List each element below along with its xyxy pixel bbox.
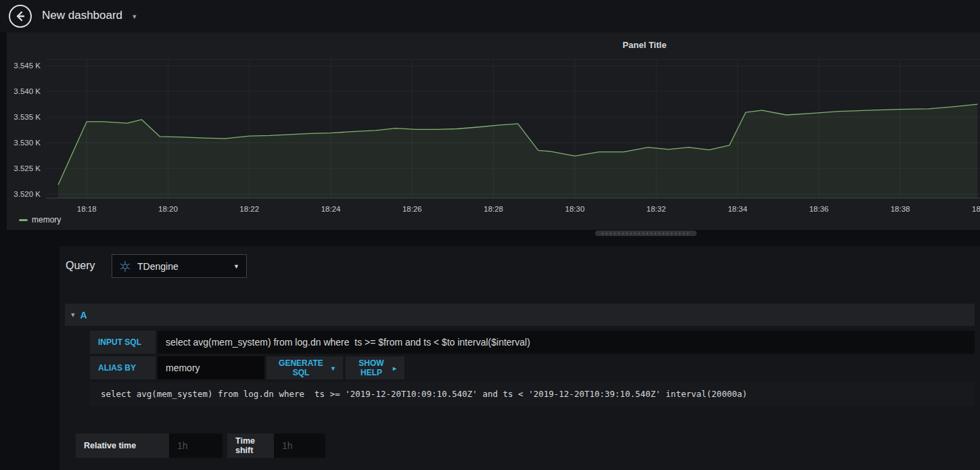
- datasource-name: TDengine: [137, 261, 227, 272]
- panel-editor-tabs: [0, 230, 60, 470]
- legend-item-memory[interactable]: memory: [19, 214, 61, 226]
- chevron-down-icon[interactable]: ▾: [133, 12, 137, 21]
- svg-text:18:34: 18:34: [728, 205, 747, 213]
- back-button[interactable]: [9, 5, 32, 28]
- alias-by-label: ALIAS BY: [90, 356, 156, 379]
- time-shift-label: Time shift: [227, 433, 274, 458]
- query-ref-id: A: [80, 310, 87, 321]
- back-arrow-icon: [14, 10, 26, 22]
- svg-text:3.540 K: 3.540 K: [14, 87, 41, 95]
- svg-text:18:28: 18:28: [484, 205, 503, 213]
- legend-series-color: [19, 219, 28, 221]
- input-sql-field[interactable]: [158, 331, 975, 354]
- graph-panel: Panel Title 3.520 K3.525 K3.530 K3.535 K…: [7, 32, 980, 230]
- generate-sql-button[interactable]: GENERATE SQL ▾: [266, 356, 343, 379]
- relative-time-field[interactable]: [169, 433, 223, 458]
- query-row-header[interactable]: ▾ A: [65, 304, 975, 326]
- svg-text:18:22: 18:22: [239, 205, 259, 213]
- svg-text:18:32: 18:32: [647, 205, 666, 213]
- show-help-button[interactable]: SHOW HELP ▸: [346, 356, 404, 379]
- query-editor-section: Query TDengine ▼ ▾ A INPUT SQL ALIAS BY …: [60, 246, 980, 470]
- svg-text:18:20: 18:20: [158, 205, 178, 213]
- time-shift-field[interactable]: [274, 433, 325, 458]
- navbar: New dashboard ▾: [0, 0, 980, 32]
- chevron-down-icon: ▼: [233, 263, 239, 270]
- alias-by-field[interactable]: [158, 356, 264, 379]
- chevron-down-icon: ▾: [331, 365, 335, 372]
- input-sql-label: INPUT SQL: [90, 331, 156, 354]
- time-series-chart[interactable]: 3.520 K3.525 K3.530 K3.535 K3.540 K3.545…: [7, 53, 980, 220]
- generated-sql-preview: select avg(mem_system) from log.dn where…: [90, 382, 975, 406]
- svg-text:18:30: 18:30: [565, 205, 585, 213]
- svg-text:3.525 K: 3.525 K: [14, 164, 41, 172]
- svg-text:18:18: 18:18: [77, 205, 97, 213]
- query-section-heading: Query: [66, 260, 95, 272]
- show-help-label: SHOW HELP: [354, 358, 389, 377]
- resize-handle-dots: [602, 233, 690, 235]
- panel-resize-handle[interactable]: [595, 231, 697, 236]
- svg-text:18:36: 18:36: [809, 205, 829, 213]
- collapse-caret-icon: ▾: [71, 310, 75, 319]
- legend-series-label: memory: [32, 215, 61, 225]
- svg-text:18:26: 18:26: [402, 205, 422, 213]
- svg-text:3.520 K: 3.520 K: [14, 190, 41, 198]
- generate-sql-label: GENERATE SQL: [275, 358, 327, 377]
- chevron-right-icon: ▸: [393, 365, 396, 372]
- svg-text:3.545 K: 3.545 K: [14, 62, 41, 70]
- datasource-picker[interactable]: TDengine ▼: [112, 254, 247, 278]
- svg-text:18:40: 18:40: [972, 205, 980, 213]
- panel-title[interactable]: Panel Title: [623, 40, 667, 50]
- svg-text:3.535 K: 3.535 K: [14, 113, 41, 121]
- svg-text:3.530 K: 3.530 K: [14, 139, 41, 147]
- dashboard-title[interactable]: New dashboard: [42, 9, 122, 22]
- svg-text:18:24: 18:24: [321, 205, 341, 213]
- tdengine-datasource-icon: [119, 260, 131, 273]
- svg-text:18:38: 18:38: [891, 205, 910, 213]
- relative-time-label: Relative time: [76, 433, 169, 458]
